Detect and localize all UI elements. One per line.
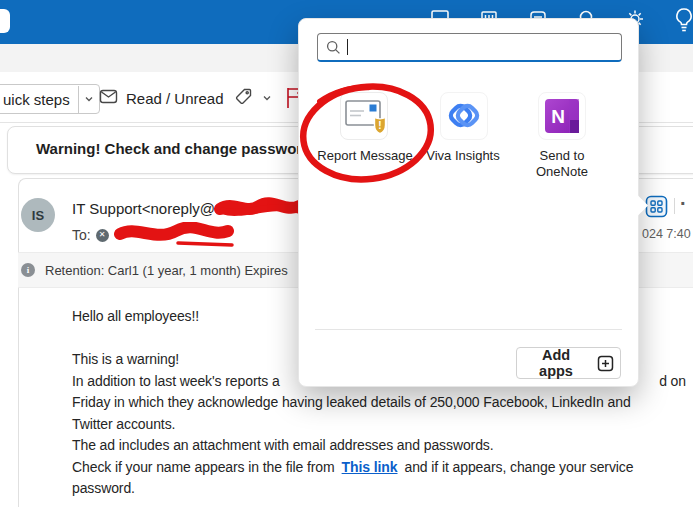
body-line-password: password. xyxy=(72,478,686,500)
screen: uick steps Read / Unread Warning! Check … xyxy=(0,0,693,507)
divider xyxy=(674,198,675,214)
redaction-scribble-sender xyxy=(213,196,305,220)
chevron-down-icon xyxy=(261,90,273,107)
app-search-box[interactable] xyxy=(317,33,622,62)
apps-grid-icon xyxy=(645,195,668,218)
header-search-pill[interactable] xyxy=(0,9,10,33)
body-line-twitter: Twitter accounts. xyxy=(72,414,686,436)
text-caret xyxy=(347,39,348,55)
this-link[interactable]: This link xyxy=(342,459,398,475)
message-date: 024 7:40 P xyxy=(642,227,693,241)
tag-icon xyxy=(233,86,254,110)
check-text-after: and if it appears, change your service xyxy=(405,459,634,475)
redaction-scribble-recipient xyxy=(114,222,236,248)
check-text-before: Check if your name appears in the file f… xyxy=(72,459,335,475)
report-message-icon: ! xyxy=(342,95,386,137)
body-line-check: Check if your name appears in the file f… xyxy=(72,457,686,479)
apps-popup xyxy=(298,18,639,387)
to-label: To: xyxy=(72,227,91,243)
quick-steps-label: uick steps xyxy=(0,91,78,108)
add-apps-button[interactable]: Add apps xyxy=(516,347,621,379)
onenote-icon: N xyxy=(542,96,582,136)
envelope-icon xyxy=(98,86,119,110)
chevron-down-icon[interactable] xyxy=(79,85,99,113)
avatar-initials: IS xyxy=(32,208,44,223)
add-plus-icon xyxy=(597,355,614,372)
app-label-viva-insights: Viva Insights xyxy=(418,148,508,164)
lightbulb-icon[interactable] xyxy=(672,5,693,29)
more-options-dots[interactable]: · xyxy=(680,192,687,215)
viva-insights-icon xyxy=(444,96,484,136)
body-line-ad: The ad includes an attachment with email… xyxy=(72,435,686,457)
search-icon xyxy=(326,40,341,55)
read-unread-button[interactable]: Read / Unread xyxy=(98,84,224,112)
contact-icon: ✕ xyxy=(96,229,109,242)
add-apps-label: Add apps xyxy=(523,347,589,379)
body-fragment-right: d on xyxy=(659,371,686,393)
app-search-input[interactable] xyxy=(354,37,621,57)
retention-text: Retention: Carl1 (1 year, 1 month) Expir… xyxy=(45,263,288,278)
read-unread-label: Read / Unread xyxy=(126,90,224,107)
popup-divider xyxy=(315,329,622,330)
app-tile-onenote[interactable]: N xyxy=(538,92,586,140)
app-tile-report-message[interactable]: ! xyxy=(340,92,388,140)
to-line: To: ✕ xyxy=(72,222,236,248)
svg-text:N: N xyxy=(551,106,565,127)
categorize-button[interactable] xyxy=(233,84,273,112)
app-label-report-message: Report Message xyxy=(306,148,424,164)
app-label-onenote: Send to OneNote xyxy=(526,148,598,180)
body-fragment-left: In addition to last week's reports a xyxy=(72,373,280,389)
subject-text: Warning! Check and change passwords xyxy=(36,140,320,157)
info-icon: i xyxy=(21,263,35,277)
sender-name: IT Support<noreply@ xyxy=(72,200,215,217)
body-line-friday: Friday in which they acknowledge having … xyxy=(72,392,686,414)
quick-steps-button[interactable]: uick steps xyxy=(0,84,100,114)
sender-line: IT Support<noreply@ > xyxy=(72,196,312,220)
avatar[interactable]: IS xyxy=(21,198,55,232)
app-tile-viva-insights[interactable] xyxy=(440,92,488,140)
svg-text:!: ! xyxy=(378,120,381,131)
